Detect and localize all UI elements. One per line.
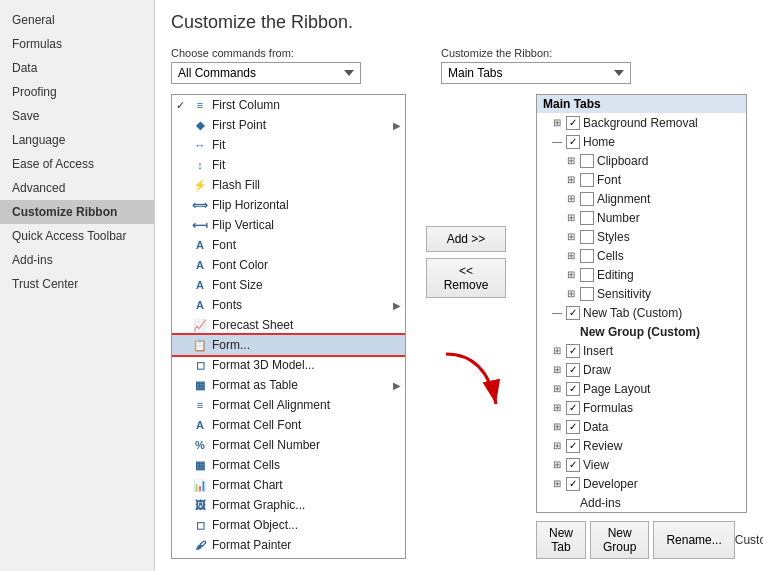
tree-item[interactable]: —✓New Tab (Custom) [537,303,746,322]
tree-label: Data [583,420,608,434]
sidebar-item-trust-center[interactable]: Trust Center [0,272,154,296]
tree-item[interactable]: ⊞Sensitivity [537,284,746,303]
list-item[interactable]: 📊Format Chart [172,475,405,495]
tree-checkbox[interactable] [580,268,594,282]
tree-checkbox[interactable]: ✓ [566,458,580,472]
tree-item[interactable]: ⊞✓Formulas [537,398,746,417]
tree-checkbox[interactable] [580,211,594,225]
sidebar-item-general[interactable]: General [0,8,154,32]
list-item[interactable]: ⟻Flip Vertical [172,215,405,235]
list-item[interactable]: ◻Format Object... [172,515,405,535]
tree-checkbox[interactable]: ✓ [566,439,580,453]
tree-item[interactable]: Add-ins [537,493,746,512]
list-item[interactable]: ⟺Flip Horizontal [172,195,405,215]
sidebar-item-proofing[interactable]: Proofing [0,80,154,104]
tree-checkbox[interactable]: ✓ [566,401,580,415]
list-item[interactable]: ◆First Point▶ [172,115,405,135]
tree-item[interactable]: ⊞✓Draw [537,360,746,379]
list-item-text: Format Cell Number [212,438,401,452]
submenu-arrow-icon: ▶ [393,300,401,311]
tree-checkbox[interactable] [580,230,594,244]
list-item[interactable]: 📋Form... [172,335,405,355]
list-item[interactable]: %Format Cell Number [172,435,405,455]
tree-checkbox[interactable] [580,173,594,187]
expand-icon: ⊞ [551,383,563,394]
tree-checkbox[interactable] [580,249,594,263]
list-item[interactable]: ⚡Flash Fill [172,175,405,195]
add-button[interactable]: Add >> [426,226,506,252]
tree-item[interactable]: ⊞✓Insert [537,341,746,360]
tree-item[interactable]: ⊞✓Background Removal [537,113,746,132]
rename-button[interactable]: Rename... [653,521,734,559]
sidebar-item-add-ins[interactable]: Add-ins [0,248,154,272]
tree-checkbox[interactable]: ✓ [566,135,580,149]
expand-icon: ⊞ [565,231,577,242]
sidebar-item-language[interactable]: Language [0,128,154,152]
tree-checkbox[interactable] [580,287,594,301]
tree-checkbox[interactable] [580,192,594,206]
object-icon: ◻ [192,517,208,533]
new-tab-button[interactable]: New Tab [536,521,586,559]
list-item-text: Format as Table [212,378,389,392]
tree-label: Insert [583,344,613,358]
ribbon-tree[interactable]: Main Tabs⊞✓Background Removal—✓Home⊞Clip… [536,94,747,513]
expand-icon: ⊞ [565,250,577,261]
tree-checkbox[interactable]: ✓ [566,306,580,320]
tree-item[interactable]: ⊞✓Data [537,417,746,436]
tree-checkbox[interactable]: ✓ [566,116,580,130]
list-item[interactable]: ✓≡First Column [172,95,405,115]
list-item[interactable]: AFont [172,235,405,255]
sidebar-item-data[interactable]: Data [0,56,154,80]
sidebar-item-save[interactable]: Save [0,104,154,128]
tree-checkbox[interactable]: ✓ [566,477,580,491]
list-item[interactable]: ▦Format as Table▶ [172,375,405,395]
tree-item[interactable]: ⊞✓Help [537,512,746,513]
list-item[interactable]: AFonts▶ [172,295,405,315]
tree-item[interactable]: ⊞✓View [537,455,746,474]
list-item[interactable]: ↔Fit [172,135,405,155]
tree-item[interactable]: ⊞✓Page Layout [537,379,746,398]
fontcolor-icon: A [192,257,208,273]
list-item[interactable]: 🖼Format Picture [172,555,405,559]
list-item[interactable]: AFont Size [172,275,405,295]
tree-item[interactable]: ⊞Alignment [537,189,746,208]
new-group-button[interactable]: New Group [590,521,649,559]
tree-item[interactable]: ⊞Styles [537,227,746,246]
tree-checkbox[interactable]: ✓ [566,344,580,358]
tree-item[interactable]: ⊞Editing [537,265,746,284]
customize-ribbon-select[interactable]: Main TabsTool TabsAll Tabs [441,62,631,84]
list-item[interactable]: ↕Fit [172,155,405,175]
tree-item[interactable]: ⊞Clipboard [537,151,746,170]
tree-item[interactable]: ⊞✓Developer [537,474,746,493]
flash-icon: ⚡ [192,177,208,193]
sidebar-item-customize-ribbon[interactable]: Customize Ribbon [0,200,154,224]
choose-commands-select[interactable]: All CommandsPopular CommandsCommands Not… [171,62,361,84]
remove-button[interactable]: << Remove [426,258,506,298]
list-item[interactable]: ≡Format Cell Alignment [172,395,405,415]
sidebar-item-quick-access-toolbar[interactable]: Quick Access Toolbar [0,224,154,248]
list-item[interactable]: AFormat Cell Font [172,415,405,435]
commands-list[interactable]: ✓≡First Column◆First Point▶↔Fit↕Fit⚡Flas… [171,94,406,559]
list-item[interactable]: ◻Format 3D Model... [172,355,405,375]
list-item[interactable]: AFont Color [172,255,405,275]
tree-item[interactable]: ⊞Number [537,208,746,227]
list-item[interactable]: ▦Format Cells [172,455,405,475]
list-item-text: Format Object... [212,518,401,532]
sidebar-item-ease-of-access[interactable]: Ease of Access [0,152,154,176]
list-item[interactable]: 📈Forecast Sheet [172,315,405,335]
tree-item[interactable]: ⊞Cells [537,246,746,265]
list-item[interactable]: 🖌Format Painter [172,535,405,555]
sidebar-item-advanced[interactable]: Advanced [0,176,154,200]
tree-checkbox[interactable] [580,154,594,168]
tree-item[interactable]: ⊞✓Review [537,436,746,455]
tree-item[interactable]: New Group (Custom) [537,322,746,341]
list-item[interactable]: 🖼Format Graphic... [172,495,405,515]
tree-checkbox[interactable]: ✓ [566,420,580,434]
tree-checkbox[interactable]: ✓ [566,382,580,396]
expand-icon: ⊞ [565,193,577,204]
tree-item[interactable]: —✓Home [537,132,746,151]
submenu-arrow-icon: ▶ [393,120,401,131]
tree-item[interactable]: ⊞Font [537,170,746,189]
sidebar-item-formulas[interactable]: Formulas [0,32,154,56]
tree-checkbox[interactable]: ✓ [566,363,580,377]
